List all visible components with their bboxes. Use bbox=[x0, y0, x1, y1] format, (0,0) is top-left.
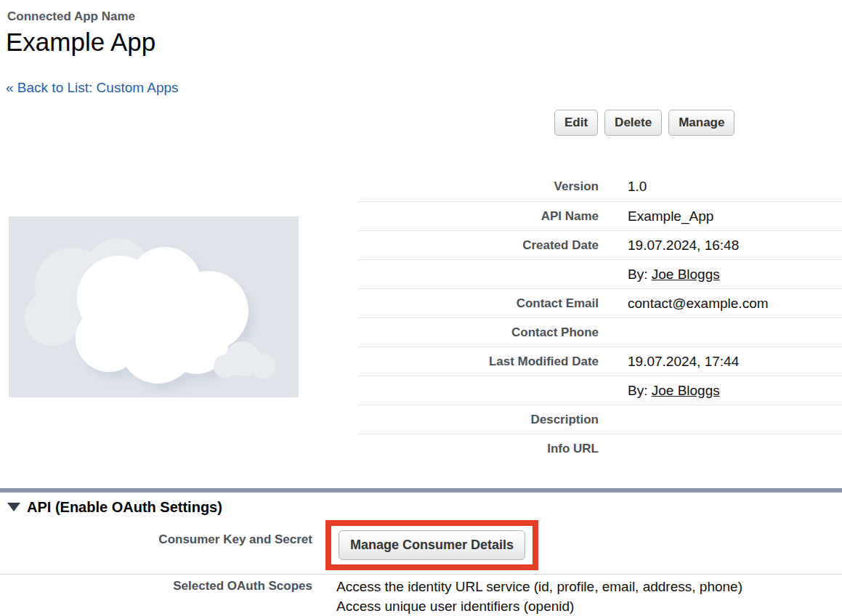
table-row-last-modified-date: Last Modified Date 19.07.2024, 17:44 bbox=[358, 346, 842, 376]
oauth-scopes-row: Selected OAuth Scopes Access the identit… bbox=[0, 577, 842, 616]
field-value: 19.07.2024, 17:44 bbox=[599, 354, 739, 370]
field-label: Description bbox=[358, 413, 599, 427]
connected-app-detail-page: Connected App Name Example App « Back to… bbox=[0, 0, 842, 616]
table-row-api-name: API Name Example_App bbox=[358, 201, 842, 230]
field-value: 19.07.2024, 16:48 bbox=[599, 238, 739, 254]
table-row-version: Version 1.0 bbox=[358, 172, 842, 201]
field-value: Example_App bbox=[599, 208, 713, 224]
table-row-created-date: Created Date 19.07.2024, 16:48 bbox=[358, 230, 842, 259]
app-detail-table: Version 1.0 API Name Example_App Created… bbox=[358, 172, 842, 463]
manage-consumer-details-button[interactable]: Manage Consumer Details bbox=[339, 530, 525, 560]
entity-type-label: Connected App Name bbox=[7, 9, 135, 24]
oauth-section-title: API (Enable OAuth Settings) bbox=[27, 499, 222, 516]
cloud-illustration-icon bbox=[9, 216, 299, 397]
section-divider-bar bbox=[0, 488, 842, 493]
manage-button[interactable]: Manage bbox=[668, 110, 734, 136]
highlight-annotation: Manage Consumer Details bbox=[325, 520, 538, 570]
table-row-modified-by: By: Joe Bloggs bbox=[358, 376, 842, 405]
table-row-contact-email: Contact Email contact@example.com bbox=[358, 288, 842, 317]
field-label: Info URL bbox=[358, 442, 599, 456]
row-divider bbox=[0, 574, 842, 575]
edit-button[interactable]: Edit bbox=[554, 110, 598, 136]
field-value: 1.0 bbox=[599, 179, 647, 195]
page-title: Example App bbox=[6, 28, 155, 57]
field-label: Last Modified Date bbox=[358, 354, 599, 369]
created-by-user-link[interactable]: Joe Bloggs bbox=[652, 267, 720, 282]
oauth-scope-item: Access the identity URL service (id, pro… bbox=[336, 577, 742, 596]
field-label: Contact Phone bbox=[358, 325, 599, 340]
field-label: API Name bbox=[358, 209, 599, 224]
back-to-list-link[interactable]: « Back to List: Custom Apps bbox=[6, 80, 179, 96]
by-prefix: By: bbox=[628, 267, 652, 282]
by-prefix: By: bbox=[628, 383, 652, 398]
field-label: Version bbox=[358, 179, 599, 194]
table-row-created-by: By: Joe Bloggs bbox=[358, 259, 842, 288]
field-value: contact@example.com bbox=[599, 296, 769, 312]
oauth-scopes-label: Selected OAuth Scopes bbox=[0, 577, 312, 593]
table-row-info-url: Info URL bbox=[358, 434, 842, 463]
table-row-contact-phone: Contact Phone bbox=[358, 317, 842, 346]
consumer-key-row: Consumer Key and Secret Manage Consumer … bbox=[0, 520, 842, 570]
field-value: By: Joe Bloggs bbox=[599, 383, 720, 399]
modified-by-user-link[interactable]: Joe Bloggs bbox=[652, 383, 720, 398]
app-logo-cloud-image bbox=[9, 216, 299, 397]
field-value: By: Joe Bloggs bbox=[599, 267, 720, 283]
collapse-triangle-icon[interactable] bbox=[7, 503, 20, 511]
oauth-scope-item: Access unique user identifiers (openid) bbox=[336, 596, 742, 616]
consumer-key-label: Consumer Key and Secret bbox=[0, 520, 312, 547]
field-label: Created Date bbox=[358, 238, 599, 253]
field-label: Contact Email bbox=[358, 296, 599, 311]
table-row-description: Description bbox=[358, 405, 842, 434]
action-toolbar: Edit Delete Manage bbox=[554, 110, 734, 136]
delete-button[interactable]: Delete bbox=[604, 110, 662, 136]
oauth-section-header: API (Enable OAuth Settings) bbox=[7, 499, 222, 515]
oauth-scopes-values: Access the identity URL service (id, pro… bbox=[336, 577, 742, 616]
